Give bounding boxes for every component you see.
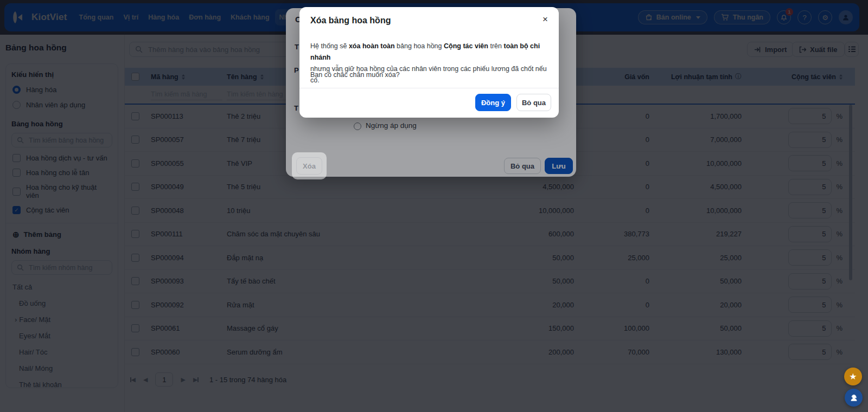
delete-button-highlight: [292, 152, 327, 179]
confirm-body-segment: Hệ thống sẽ: [310, 42, 349, 50]
close-icon[interactable]: ×: [540, 13, 550, 26]
support-floating-button[interactable]: [845, 389, 863, 407]
confirm-body-segment: bảng hoa hồng: [395, 42, 444, 50]
confirm-modal-actions: Đồng ý Bỏ qua: [475, 94, 551, 111]
confirm-modal-body: Hệ thống sẽ xóa hoàn toàn bảng hoa hồng …: [310, 41, 552, 86]
star-icon: ★: [849, 371, 857, 382]
confirm-body-segment: xóa hoàn toàn: [349, 42, 395, 50]
confirm-modal-title: Xóa bảng hoa hồng: [310, 16, 391, 25]
rewards-floating-button[interactable]: ★: [844, 368, 862, 385]
support-agent-icon: [849, 393, 859, 403]
confirm-body-segment: Cộng tác viên: [444, 42, 488, 50]
dismiss-button[interactable]: Bỏ qua: [516, 94, 551, 111]
modal-footer-divider: [299, 88, 559, 88]
delete-confirm-modal: Xóa bảng hoa hồng × Hệ thống sẽ xóa hoàn…: [299, 7, 559, 118]
confirm-button[interactable]: Đồng ý: [475, 94, 511, 111]
confirm-body-segment: trên: [488, 42, 504, 50]
confirm-question: Bạn có chắc chắn muốn xóa?: [310, 71, 400, 79]
kiotviet-screen: KiotViet Tổng quanVị tríHàng hóaĐơn hàng…: [0, 0, 868, 412]
confirm-body-line: Hệ thống sẽ xóa hoàn toàn bảng hoa hồng …: [310, 41, 552, 63]
